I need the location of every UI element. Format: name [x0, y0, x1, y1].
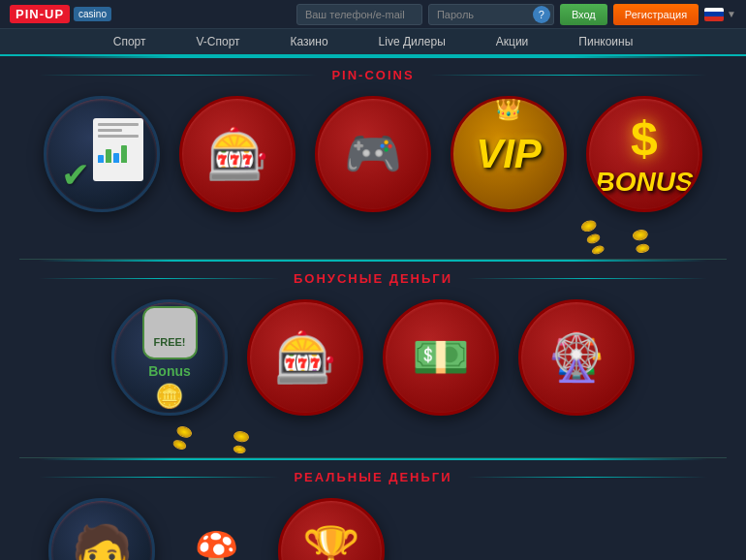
coin-2 [585, 233, 601, 245]
extra-emoji: 🏆 [302, 524, 360, 560]
icon-roulette[interactable]: 🎡 [518, 299, 635, 416]
divider-left-2 [39, 278, 279, 279]
ru-flag-icon [704, 8, 724, 21]
divider-right-3 [467, 477, 707, 478]
coin-1 [579, 218, 598, 233]
coin-dots-2 [632, 229, 651, 254]
doc-line-3 [98, 135, 139, 138]
nav-casino[interactable]: Казино [285, 31, 334, 52]
woman-slots-icon: 🎰 [206, 125, 269, 184]
icon-money-pile[interactable]: 💵 [383, 299, 499, 416]
coin-dots-1 [579, 218, 606, 256]
bonus-icons: FREE! Bonus 🪙 🎰 💵 [19, 292, 727, 423]
divider-left-3 [39, 477, 279, 478]
bar-2 [106, 149, 111, 163]
logo-casino: casino [74, 7, 111, 21]
nav-vsport[interactable]: V-Спорт [190, 31, 245, 52]
coin-dots-3 [171, 424, 193, 451]
free-badge: FREE! [142, 306, 198, 359]
section-bonus-money: БОНУСНЫЕ ДЕНЬГИ FREE! Bonus 🪙 🎰 [19, 259, 727, 423]
icon-extra[interactable]: 🏆 [278, 498, 385, 560]
coin-icon: 🍄 [194, 530, 239, 560]
check-icon: ✔ [61, 155, 90, 196]
hand-icon: 🎮 [344, 127, 402, 181]
roulette-emoji: 🎡 [547, 330, 606, 385]
vip-content: 👑 VIP [476, 131, 542, 177]
bonus-content: $ BONUS [595, 105, 695, 204]
doc-icon: ✔ [61, 113, 143, 196]
crown-icon: 👑 [495, 97, 521, 122]
doc-paper [93, 118, 143, 181]
slots-woman-content: 🎰 [188, 105, 288, 204]
analytics-content: ✔ [52, 105, 152, 204]
email-input[interactable] [296, 4, 422, 25]
extra-content: 🏆 [286, 506, 377, 560]
icon-character[interactable]: 🧑 [48, 498, 155, 560]
nav-pincoins[interactable]: Пинкоины [573, 31, 638, 52]
coin-9 [233, 445, 246, 454]
hand-machine-content: 🎮 [324, 105, 423, 204]
real-money-header: РЕАЛЬНЫЕ ДЕНЬГИ [19, 460, 727, 490]
bonus-money-header: БОНУСНЫЕ ДЕНЬГИ [19, 262, 727, 292]
icon-analytics[interactable]: ✔ [44, 96, 160, 212]
header-controls: ? Вход Регистрация ▼ [296, 4, 736, 25]
pin-coins-title: PIN-COINS [331, 68, 414, 82]
coin-6 [175, 424, 194, 440]
icon-slot-machine[interactable]: 🎰 [247, 299, 363, 416]
bar-4 [121, 145, 127, 163]
icon-free-bonus[interactable]: FREE! Bonus 🪙 [111, 299, 228, 416]
register-button[interactable]: Регистрация [613, 4, 699, 25]
coin-7 [171, 438, 187, 451]
section-real-money: РЕАЛЬНЫЕ ДЕНЬГИ 🧑 🍄 🏆 [19, 457, 727, 560]
roulette-content: 🎡 [527, 308, 627, 408]
coins-emoji: 🪙 [155, 383, 184, 410]
pin-coins-header: PIN-COINS [19, 58, 727, 88]
nav-live[interactable]: Live Дилеры [373, 31, 451, 52]
character-emoji: 🧑 [71, 522, 134, 561]
logo-area: PIN-UP casino [10, 5, 111, 23]
section-pin-coins: PIN-COINS [19, 56, 727, 220]
coin-3 [590, 244, 605, 256]
divider-right-2 [467, 278, 707, 279]
nav-promo[interactable]: Акции [490, 31, 535, 52]
divider-right [429, 75, 707, 76]
icon-slots-woman[interactable]: 🎰 [179, 96, 295, 212]
real-money-title: РЕАЛЬНЫЕ ДЕНЬГИ [294, 470, 451, 484]
coin-trail-1 [19, 220, 727, 259]
lang-dropdown-arrow: ▼ [727, 9, 736, 19]
chart-bars [98, 143, 139, 163]
slot-machine-content: 🎰 [256, 308, 356, 408]
coin-5 [636, 243, 650, 254]
main-content: PIN-COINS [0, 56, 746, 560]
coin-trail-2 [19, 423, 727, 457]
icon-vip[interactable]: 👑 VIP [451, 96, 567, 212]
logo-pinup: PIN-UP [10, 5, 70, 23]
pin-coins-icons: ✔ 🎰 🎮 👑 VIP [19, 88, 727, 220]
login-button[interactable]: Вход [560, 4, 607, 25]
money-content: 💵 [391, 308, 491, 408]
bar-1 [98, 155, 104, 163]
doc-line-1 [98, 123, 139, 126]
vip-text: VIP [476, 131, 542, 177]
coin-center: 🍄 [194, 530, 239, 560]
header: PIN-UP casino ? Вход Регистрация ▼ [0, 0, 746, 29]
money-icon: 💵 [412, 330, 470, 385]
bar-3 [113, 153, 119, 163]
bonus-text: BONUS [595, 167, 693, 198]
slot-emoji: 🎰 [274, 328, 337, 388]
bonus-s-icon: $ [631, 110, 658, 167]
divider-left [39, 75, 317, 76]
icon-bonus[interactable]: $ BONUS [586, 96, 702, 212]
nav-sport[interactable]: Спорт [108, 31, 152, 52]
doc-line-2 [98, 129, 122, 132]
help-button[interactable]: ? [533, 6, 550, 23]
main-nav: Спорт V-Спорт Казино Live Дилеры Акции П… [0, 29, 746, 56]
icon-hand-machine[interactable]: 🎮 [315, 96, 431, 212]
coin-dots-4 [231, 430, 250, 454]
free-bonus-content: FREE! Bonus 🪙 [120, 308, 220, 408]
coin-8 [233, 430, 250, 444]
free-text: FREE! [154, 336, 186, 348]
language-selector[interactable]: ▼ [704, 8, 736, 21]
bonus-label: Bonus [148, 363, 191, 379]
coin-4 [632, 229, 649, 242]
